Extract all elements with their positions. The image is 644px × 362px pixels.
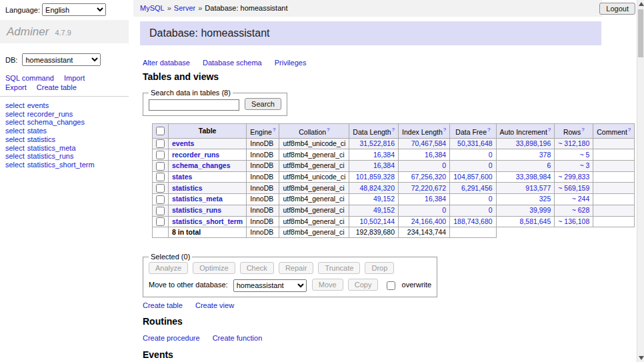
data-length-link[interactable]: 31,522,816 [359,139,395,147]
sidebar-select-link[interactable]: select [5,152,25,160]
data-free-link[interactable]: 0 [489,206,493,214]
sidebar-table-link[interactable]: states [27,127,47,135]
sidebar-table-link[interactable]: statistics_meta [27,144,76,152]
help-icon[interactable]: ? [581,127,584,133]
help-icon[interactable]: ? [628,127,631,133]
index-length-link[interactable]: 24,166,400 [411,217,447,225]
rows-link[interactable]: ~ 628 [572,206,590,214]
scroll-down-arrow-icon[interactable] [639,356,644,360]
routine-link[interactable]: Create function [213,334,263,342]
data-free-link[interactable]: 188,743,680 [453,217,492,225]
sidebar-action-link[interactable]: Create table [37,83,77,91]
create-link[interactable]: Create view [195,301,234,309]
data-length-link[interactable]: 16,384 [373,161,395,169]
database-action-link[interactable]: Database schema [203,59,262,67]
sidebar-table-link[interactable]: recorder_runs [27,110,73,118]
index-length-link[interactable]: 0 [442,206,446,214]
sidebar-select-link[interactable]: select [5,127,25,135]
sidebar-select-link[interactable]: select [5,144,25,152]
rows-link[interactable]: ~ 312,180 [558,139,589,147]
logout-button[interactable]: Logout [599,3,635,15]
sidebar-table-link[interactable]: statistics [27,135,55,143]
rows-link[interactable]: ~ 5 [579,151,589,159]
table-name-link[interactable]: schema_changes [172,161,231,169]
help-icon[interactable]: ? [327,127,329,133]
data-length-link[interactable]: 49,152 [373,206,395,214]
move-db-select[interactable]: homeassistant [233,279,307,292]
table-name-link[interactable]: statistics_short_term [172,217,243,225]
sidebar-select-link[interactable]: select [5,110,25,118]
data-length-link[interactable]: 16,384 [373,151,395,159]
rows-link[interactable]: ~ 569,159 [558,184,589,192]
routine-link[interactable]: Create procedure [143,334,200,342]
overwrite-checkbox[interactable] [387,281,395,290]
database-action-link[interactable]: Alter database [143,59,190,67]
data-free-link[interactable]: 0 [489,195,493,203]
table-name-link[interactable]: statistics_runs [172,206,221,214]
help-icon[interactable]: ? [392,127,395,133]
create-link[interactable]: Create table [143,301,183,309]
db-select[interactable]: homeassistant [22,53,101,66]
table-name-link[interactable]: statistics_meta [172,195,223,203]
auto-increment-link[interactable]: 33,898,196 [516,139,551,147]
auto-increment-link[interactable]: 33,398,984 [516,173,551,181]
auto-increment-link[interactable]: 8,581,645 [520,217,551,225]
auto-increment-link[interactable]: 6 [547,161,551,169]
select-all-checkbox[interactable] [156,127,165,135]
language-select[interactable]: English [42,3,106,16]
row-checkbox[interactable] [156,151,165,159]
help-icon[interactable]: ? [273,127,275,133]
sidebar-action-link[interactable]: SQL command [5,74,54,82]
table-name-link[interactable]: recorder_runs [172,151,219,159]
row-checkbox[interactable] [156,139,165,148]
sidebar-select-link[interactable]: select [5,101,25,109]
breadcrumb-link-mysql[interactable]: MySQL [140,4,165,12]
rows-link[interactable]: ~ 136,108 [558,217,589,225]
data-length-link[interactable]: 101,859,328 [356,173,395,181]
sidebar-select-link[interactable]: select [5,135,25,143]
data-free-link[interactable]: 104,857,600 [453,173,492,181]
row-checkbox[interactable] [156,173,165,181]
help-icon[interactable]: ? [487,127,490,133]
sidebar-action-link[interactable]: Export [5,83,27,91]
vertical-scrollbar[interactable] [637,0,644,362]
row-checkbox[interactable] [156,195,165,204]
index-length-link[interactable]: 70,467,584 [411,139,447,147]
row-checkbox[interactable] [156,207,165,215]
data-free-link[interactable]: 0 [489,151,493,159]
index-length-link[interactable]: 72,220,672 [411,184,447,192]
search-button[interactable]: Search [245,98,281,110]
row-checkbox[interactable] [156,162,165,171]
data-length-link[interactable]: 49,152 [373,195,395,203]
index-length-link[interactable]: 16,384 [425,195,446,203]
sidebar-table-link[interactable]: schema_changes [27,118,85,126]
row-checkbox[interactable] [156,184,165,193]
help-icon[interactable]: ? [443,127,446,133]
index-length-link[interactable]: 16,384 [425,151,446,159]
table-name-link[interactable]: states [172,173,192,181]
data-free-link[interactable]: 6,291,456 [461,184,493,192]
data-length-link[interactable]: 48,824,320 [359,184,395,192]
index-length-link[interactable]: 67,256,320 [411,173,447,181]
table-name-link[interactable]: events [172,139,194,147]
scrollbar-thumb[interactable] [638,9,643,57]
sidebar-action-link[interactable]: Import [64,74,85,82]
rows-link[interactable]: ~ 299,833 [558,173,589,181]
auto-increment-link[interactable]: 378 [539,151,551,159]
auto-increment-link[interactable]: 325 [539,195,551,203]
rows-link[interactable]: ~ 244 [572,195,590,203]
sidebar-table-link[interactable]: statistics_short_term [27,161,95,169]
auto-increment-link[interactable]: 39,999 [529,206,551,214]
data-length-link[interactable]: 10,502,144 [359,217,395,225]
auto-increment-link[interactable]: 913,577 [525,184,551,192]
help-icon[interactable]: ? [548,127,551,133]
sidebar-select-link[interactable]: select [5,118,25,126]
sidebar-table-link[interactable]: events [27,101,49,109]
database-action-link[interactable]: Privileges [275,59,307,67]
table-name-link[interactable]: statistics [172,184,203,192]
sidebar-select-link[interactable]: select [5,161,25,169]
index-length-link[interactable]: 0 [442,161,446,169]
sidebar-table-link[interactable]: statistics_runs [27,152,74,160]
data-free-link[interactable]: 50,331,648 [457,139,493,147]
scroll-up-arrow-icon[interactable] [639,2,644,6]
